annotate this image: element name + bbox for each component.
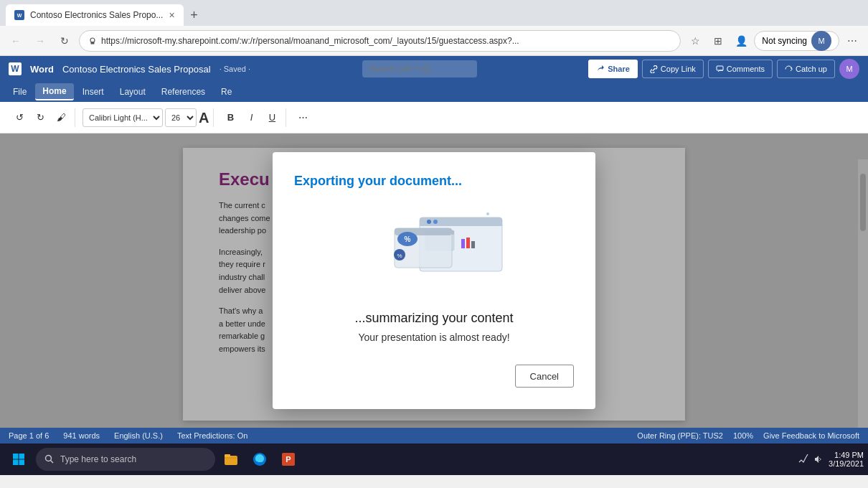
favorites-button[interactable]: ☆ bbox=[685, 31, 705, 51]
bold-button[interactable]: B bbox=[221, 108, 240, 127]
svg-point-13 bbox=[427, 220, 431, 224]
browser-toolbar: ← → ↻ https://microsoft-my.sharepoint.co… bbox=[0, 26, 868, 56]
lock-icon bbox=[88, 37, 97, 45]
toolbar-group-undo: ↺ ↻ 🖌 bbox=[6, 108, 75, 127]
taskbar: Type here to search P 1:49 PM 3/19/2021 bbox=[0, 444, 868, 475]
menu-references[interactable]: References bbox=[154, 84, 212, 100]
catch-up-button[interactable]: Catch up bbox=[777, 60, 835, 78]
extensions-button[interactable]: ⊞ bbox=[708, 31, 728, 51]
word-count: 941 words bbox=[63, 431, 100, 440]
text-predictions: Text Predictions: On bbox=[177, 431, 247, 440]
taskbar-clock[interactable]: 1:49 PM 3/19/2021 bbox=[829, 451, 864, 468]
word-menu-bar: File Home Insert Layout References Re bbox=[0, 82, 868, 102]
svg-line-32 bbox=[51, 461, 54, 464]
word-user-avatar[interactable]: M bbox=[839, 59, 859, 79]
toolbar-group-more: ⋯ bbox=[289, 108, 316, 127]
word-doc-title: Contoso Electronics Sales Proposal bbox=[62, 64, 211, 75]
taskbar-search-label: Type here to search bbox=[60, 454, 136, 464]
volume-icon bbox=[813, 454, 823, 464]
tab-close-icon[interactable]: × bbox=[169, 9, 174, 21]
export-modal: Exporting your document... bbox=[273, 152, 595, 409]
redo-button[interactable]: ↻ bbox=[31, 108, 49, 127]
taskbar-edge[interactable] bbox=[247, 446, 273, 472]
svg-rect-28 bbox=[19, 454, 25, 459]
menu-insert[interactable]: Insert bbox=[75, 84, 111, 100]
more-options-button[interactable]: ⋯ bbox=[293, 108, 312, 127]
more-button[interactable]: ⋯ bbox=[842, 31, 862, 51]
font-size-increase[interactable]: A bbox=[199, 108, 209, 127]
word-app-name: Word bbox=[30, 64, 54, 75]
search-icon bbox=[44, 454, 55, 464]
browser-tab-bar: W Contoso Electronics Sales Propo... × + bbox=[0, 0, 868, 26]
menu-home[interactable]: Home bbox=[35, 83, 73, 100]
word-status-bar: Page 1 of 6 941 words English (U.S.) Tex… bbox=[0, 428, 868, 444]
modal-subtitle: Your presentation is almost ready! bbox=[294, 332, 574, 343]
taskbar-search[interactable]: Type here to search bbox=[36, 448, 215, 471]
not-syncing-label: Not syncing bbox=[762, 36, 807, 46]
word-search-input[interactable] bbox=[362, 60, 477, 78]
taskbar-time-display: 1:49 PM bbox=[829, 451, 864, 459]
outer-ring: Outer Ring (PPE): TUS2 bbox=[637, 431, 723, 440]
svg-text:W: W bbox=[17, 13, 22, 18]
word-titlebar: W Word Contoso Electronics Sales Proposa… bbox=[0, 56, 868, 82]
toolbar-group-style: B I U bbox=[217, 108, 286, 127]
word-toolbar: ↺ ↻ 🖌 Calibri Light (H... 26 A B I U ⋯ bbox=[0, 102, 868, 133]
export-illustration: % % bbox=[355, 203, 513, 289]
new-tab-button[interactable]: + bbox=[184, 4, 205, 26]
browser-tab[interactable]: W Contoso Electronics Sales Propo... × bbox=[6, 4, 184, 26]
svg-rect-34 bbox=[225, 454, 230, 457]
svg-rect-29 bbox=[13, 460, 19, 466]
svg-marker-38 bbox=[815, 456, 819, 463]
not-syncing-button[interactable]: Not syncing M bbox=[754, 31, 839, 51]
menu-file[interactable]: File bbox=[6, 84, 34, 100]
feedback-link[interactable]: Give Feedback to Microsoft bbox=[763, 431, 859, 440]
modal-illustration: % % bbox=[294, 203, 574, 289]
menu-review[interactable]: Re bbox=[214, 84, 239, 100]
underline-button[interactable]: U bbox=[263, 108, 281, 127]
browser-toolbar-right: ☆ ⊞ 👤 Not syncing M ⋯ bbox=[685, 31, 862, 51]
italic-button[interactable]: I bbox=[242, 108, 260, 127]
copy-link-button[interactable]: Copy Link bbox=[642, 60, 704, 78]
share-icon bbox=[596, 65, 605, 73]
back-button[interactable]: ← bbox=[6, 31, 26, 51]
profile-avatar[interactable]: M bbox=[811, 31, 831, 51]
word-saved-indicator: · Saved · bbox=[220, 65, 250, 73]
cancel-button[interactable]: Cancel bbox=[515, 365, 574, 388]
refresh-button[interactable]: ↻ bbox=[55, 31, 75, 51]
svg-point-31 bbox=[46, 456, 52, 461]
word-app: W Word Contoso Electronics Sales Proposa… bbox=[0, 56, 868, 444]
tab-title: Contoso Electronics Sales Propo... bbox=[30, 10, 163, 20]
comments-button[interactable]: Comments bbox=[708, 60, 773, 78]
svg-rect-3 bbox=[91, 42, 95, 44]
windows-logo-icon bbox=[12, 453, 25, 466]
forward-button[interactable]: → bbox=[30, 31, 50, 51]
format-painter-button[interactable]: 🖌 bbox=[52, 108, 70, 127]
system-icons bbox=[798, 454, 823, 464]
toolbar-group-font: Calibri Light (H... 26 A bbox=[78, 108, 214, 127]
font-name-select[interactable]: Calibri Light (H... bbox=[82, 108, 163, 127]
svg-text:P: P bbox=[286, 455, 291, 464]
taskbar-powerpoint[interactable]: P bbox=[275, 446, 301, 472]
font-size-select[interactable]: 26 bbox=[165, 108, 197, 127]
powerpoint-icon: P bbox=[280, 451, 296, 467]
taskbar-system-tray: 1:49 PM 3/19/2021 bbox=[798, 451, 864, 468]
svg-point-14 bbox=[433, 220, 438, 224]
browser-chrome: W Contoso Electronics Sales Propo... × +… bbox=[0, 0, 868, 56]
comments-icon bbox=[716, 65, 724, 73]
word-app-icon: W bbox=[9, 62, 22, 75]
taskbar-file-explorer[interactable] bbox=[218, 446, 244, 472]
taskbar-date-display: 3/19/2021 bbox=[829, 459, 864, 468]
start-button[interactable] bbox=[4, 445, 33, 474]
menu-layout[interactable]: Layout bbox=[113, 84, 153, 100]
network-icon bbox=[798, 454, 808, 464]
browser-account-button[interactable]: 👤 bbox=[731, 31, 751, 51]
svg-rect-6 bbox=[717, 66, 723, 70]
word-favicon: W bbox=[14, 10, 24, 20]
svg-text:W: W bbox=[11, 64, 19, 74]
share-button[interactable]: Share bbox=[588, 60, 638, 78]
undo-button[interactable]: ↺ bbox=[10, 108, 29, 127]
modal-summary-text: ...summarizing your content bbox=[294, 311, 574, 326]
modal-title: Exporting your document... bbox=[294, 174, 574, 189]
svg-rect-16 bbox=[461, 239, 465, 248]
address-bar[interactable]: https://microsoft-my.sharepoint.com/:w:/… bbox=[79, 30, 681, 52]
